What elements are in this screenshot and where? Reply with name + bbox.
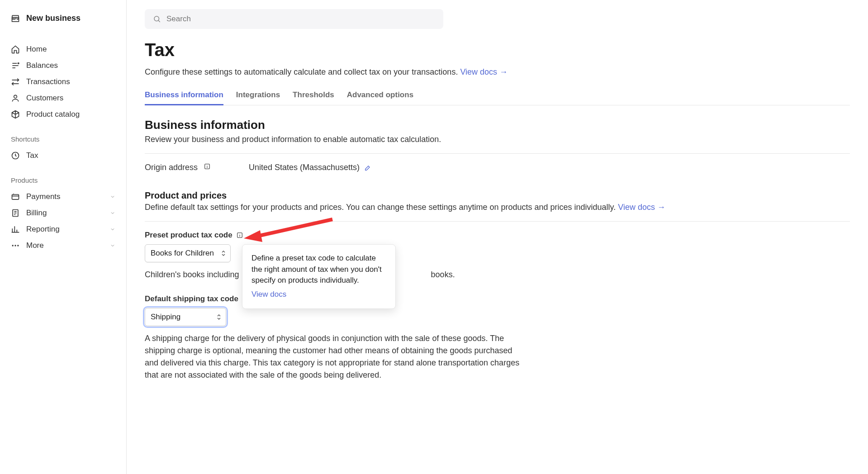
- view-docs-link[interactable]: View docs →: [460, 67, 508, 76]
- transactions-icon: [11, 77, 20, 86]
- product-prices-subtext: Define default tax settings for your pro…: [145, 203, 850, 212]
- page-title: Tax: [145, 40, 850, 60]
- nav-shortcuts: Shortcuts Tax: [11, 135, 115, 164]
- nav-label: Reporting: [26, 225, 60, 234]
- balances-icon: [11, 61, 20, 70]
- nav-customers[interactable]: Customers: [11, 90, 115, 106]
- chevron-down-icon: [110, 243, 115, 248]
- info-icon[interactable]: [204, 163, 211, 170]
- nav-balances[interactable]: Balances: [11, 57, 115, 74]
- chevron-down-icon: [110, 210, 115, 216]
- nav-label: Product catalog: [26, 110, 80, 119]
- main-content: Tax Configure these settings to automati…: [127, 0, 868, 474]
- arrow-right-icon: →: [499, 67, 508, 76]
- products-label: Products: [11, 176, 115, 184]
- search-bar[interactable]: [145, 9, 443, 29]
- origin-address-row: Origin address United States (Massachuse…: [145, 163, 850, 172]
- home-icon: [11, 45, 20, 54]
- nav-reporting[interactable]: Reporting: [11, 221, 115, 237]
- search-input[interactable]: [166, 14, 435, 24]
- divider: [145, 221, 850, 222]
- clock-icon: [11, 151, 20, 160]
- customers-icon: [11, 94, 20, 103]
- tab-integrations[interactable]: Integrations: [236, 86, 280, 105]
- view-docs-link[interactable]: View docs →: [618, 203, 665, 212]
- nav-label: Home: [26, 45, 47, 54]
- tooltip-view-docs-link[interactable]: View docs: [251, 289, 386, 300]
- page-description: Configure these settings to automaticall…: [145, 67, 850, 77]
- nav-tax[interactable]: Tax: [11, 147, 115, 164]
- nav-payments[interactable]: Payments: [11, 189, 115, 205]
- more-icon: [11, 241, 20, 250]
- business-name: New business: [26, 14, 81, 23]
- origin-address-label: Origin address: [145, 163, 244, 172]
- product-catalog-icon: [11, 110, 20, 119]
- tabs: Business information Integrations Thresh…: [145, 86, 850, 105]
- shortcuts-label: Shortcuts: [11, 135, 115, 143]
- svg-point-11: [154, 16, 159, 21]
- svg-rect-6: [12, 194, 19, 199]
- arrow-right-icon: →: [657, 203, 665, 212]
- nav-label: Tax: [26, 151, 38, 160]
- svg-point-3: [18, 63, 19, 64]
- edit-icon[interactable]: [364, 164, 371, 171]
- nav-billing[interactable]: Billing: [11, 205, 115, 221]
- business-header[interactable]: New business: [11, 14, 115, 23]
- svg-line-12: [158, 20, 160, 22]
- svg-point-10: [17, 245, 19, 246]
- chevron-down-icon: [110, 194, 115, 199]
- svg-point-9: [14, 245, 16, 246]
- nav-products: Products Payments Billing Reporting: [11, 176, 115, 254]
- nav-label: Customers: [26, 94, 63, 103]
- nav-transactions[interactable]: Transactions: [11, 74, 115, 90]
- product-prices-heading: Product and prices: [145, 190, 850, 201]
- storefront-icon: [11, 14, 20, 23]
- tab-business-information[interactable]: Business information: [145, 86, 223, 105]
- reporting-icon: [11, 225, 20, 234]
- billing-icon: [11, 209, 20, 218]
- nav-label: Balances: [26, 61, 58, 70]
- nav-main: Home Balances Transactions Customers Pro…: [11, 41, 115, 123]
- business-info-heading: Business information: [145, 118, 850, 132]
- origin-address-value: United States (Massachusetts): [249, 163, 360, 172]
- svg-point-4: [14, 95, 17, 98]
- info-icon[interactable]: [236, 232, 243, 239]
- tab-advanced-options[interactable]: Advanced options: [347, 86, 413, 105]
- shipping-tax-code-select[interactable]: Shipping: [145, 308, 226, 326]
- payments-icon: [11, 192, 20, 201]
- business-info-subtext: Review your business and product informa…: [145, 135, 850, 144]
- svg-point-8: [12, 245, 14, 246]
- tab-thresholds[interactable]: Thresholds: [293, 86, 334, 105]
- divider: [145, 153, 850, 154]
- nav-product-catalog[interactable]: Product catalog: [11, 106, 115, 123]
- nav-label: More: [26, 241, 44, 250]
- preset-tax-code-label: Preset product tax code: [145, 231, 850, 240]
- preset-tax-code-select[interactable]: Books for Children: [145, 244, 231, 262]
- sidebar: New business Home Balances Transactions …: [0, 0, 127, 474]
- tooltip-popover: Define a preset tax code to calculate th…: [242, 244, 396, 309]
- nav-more[interactable]: More: [11, 237, 115, 254]
- nav-label: Payments: [26, 192, 61, 201]
- nav-label: Transactions: [26, 77, 70, 86]
- search-icon: [153, 15, 161, 23]
- chevron-down-icon: [110, 227, 115, 232]
- nav-label: Billing: [26, 209, 47, 218]
- shipping-tax-code-help: A shipping charge for the delivery of ph…: [145, 332, 520, 381]
- nav-home[interactable]: Home: [11, 41, 115, 57]
